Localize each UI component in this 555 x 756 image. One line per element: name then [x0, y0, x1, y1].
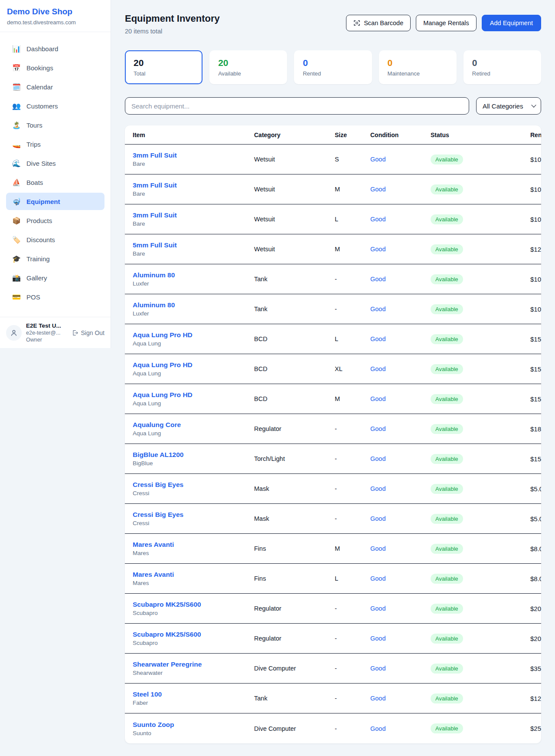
- item-cell: Mares AvantiMares: [133, 541, 254, 556]
- sidebar-item-bookings[interactable]: 📅Bookings: [6, 59, 104, 76]
- category-cell: Torch/Light: [254, 455, 335, 462]
- condition-link[interactable]: Good: [370, 515, 431, 522]
- sidebar-item-label: Products: [26, 217, 52, 224]
- sidebar-item-dive-sites[interactable]: 🌊Dive Sites: [6, 154, 104, 172]
- item-cell: Aqua Lung Pro HDAqua Lung: [133, 391, 254, 407]
- size-cell: M: [335, 395, 370, 402]
- condition-link[interactable]: Good: [370, 725, 431, 732]
- equipment-item-link[interactable]: 3mm Full Suit: [133, 151, 254, 159]
- equipment-item-link[interactable]: 3mm Full Suit: [133, 211, 254, 219]
- search-input[interactable]: [125, 97, 469, 115]
- size-cell: -: [335, 665, 370, 672]
- table-row: Mares AvantiMaresFinsLGoodAvailable$8.00…: [125, 564, 541, 594]
- condition-link[interactable]: Good: [370, 335, 431, 342]
- sidebar-item-training[interactable]: 🎓Training: [6, 250, 104, 267]
- equipment-item-link[interactable]: Scubapro MK25/S600: [133, 631, 254, 638]
- equipment-item-link[interactable]: Suunto Zoop: [133, 721, 254, 729]
- column-header-size: Size: [335, 131, 370, 138]
- category-cell: Fins: [254, 545, 335, 552]
- equipment-item-link[interactable]: Aluminum 80: [133, 271, 254, 279]
- rental-price: $15.00/day: [530, 335, 541, 343]
- status-badge: Available: [431, 424, 463, 434]
- sidebar-item-boats[interactable]: ⛵Boats: [6, 174, 104, 191]
- condition-link[interactable]: Good: [370, 635, 431, 642]
- equipment-item-link[interactable]: Aluminum 80: [133, 301, 254, 309]
- sidebar-item-products[interactable]: 📦Products: [6, 212, 104, 229]
- condition-link[interactable]: Good: [370, 395, 431, 402]
- stat-card-available[interactable]: 20Available: [209, 50, 287, 84]
- equipment-item-brand: Bare: [133, 220, 254, 227]
- equipment-item-link[interactable]: Aqua Lung Pro HD: [133, 391, 254, 399]
- status-badge: Available: [431, 574, 463, 584]
- status-badge: Available: [431, 304, 463, 314]
- equipment-item-link[interactable]: 5mm Full Suit: [133, 241, 254, 249]
- condition-link[interactable]: Good: [370, 365, 431, 372]
- size-cell: -: [335, 605, 370, 612]
- equipment-item-link[interactable]: Mares Avanti: [133, 541, 254, 549]
- scan-barcode-button[interactable]: Scan Barcode: [346, 15, 411, 31]
- sidebar-item-gallery[interactable]: 📸Gallery: [6, 269, 104, 286]
- manage-rentals-button[interactable]: Manage Rentals: [416, 15, 477, 31]
- equipment-item-link[interactable]: Cressi Big Eyes: [133, 511, 254, 519]
- condition-link[interactable]: Good: [370, 485, 431, 492]
- equipment-item-link[interactable]: Cressi Big Eyes: [133, 481, 254, 489]
- status-cell: Available: [431, 694, 530, 703]
- condition-link[interactable]: Good: [370, 186, 431, 193]
- sidebar-item-equipment[interactable]: 🤿Equipment: [6, 193, 104, 210]
- equipment-item-link[interactable]: Aqua Lung Pro HD: [133, 361, 254, 369]
- sidebar-item-pos[interactable]: 💳POS: [6, 288, 104, 306]
- equipment-item-link[interactable]: Aqualung Core: [133, 421, 254, 429]
- page-header: Equipment Inventory 20 items total Scan …: [125, 13, 541, 35]
- status-cell: Available: [431, 454, 530, 464]
- status-badge: Available: [431, 484, 463, 494]
- equipment-item-link[interactable]: 3mm Full Suit: [133, 181, 254, 189]
- sidebar-item-calendar[interactable]: 🗓️Calendar: [6, 78, 104, 95]
- sign-out-button[interactable]: Sign Out: [72, 329, 104, 336]
- equipment-item-link[interactable]: Aqua Lung Pro HD: [133, 331, 254, 339]
- table-row: Scubapro MK25/S600ScubaproRegulator-Good…: [125, 594, 541, 624]
- sidebar-item-tours[interactable]: 🏝️Tours: [6, 116, 104, 134]
- condition-link[interactable]: Good: [370, 306, 431, 312]
- stat-card-rented[interactable]: 0Rented: [294, 50, 372, 84]
- sidebar-item-dashboard[interactable]: 📊Dashboard: [6, 40, 104, 57]
- equipment-item-link[interactable]: Scubapro MK25/S600: [133, 601, 254, 608]
- chevron-down-icon: [531, 102, 536, 107]
- condition-link[interactable]: Good: [370, 695, 431, 702]
- condition-link[interactable]: Good: [370, 545, 431, 552]
- item-cell: Aluminum 80Luxfer: [133, 271, 254, 287]
- category-cell: BCD: [254, 335, 335, 342]
- table-row: 3mm Full SuitBareWetsuitMGoodAvailable$1…: [125, 174, 541, 204]
- sidebar-item-customers[interactable]: 👥Customers: [6, 97, 104, 115]
- rental-price: $15.00/day: [530, 455, 541, 463]
- equipment-item-link[interactable]: Mares Avanti: [133, 571, 254, 579]
- sidebar-user-footer: E2E Test U... e2e-tester@... Owner Sign …: [0, 317, 111, 348]
- sidebar-item-discounts[interactable]: 🏷️Discounts: [6, 231, 104, 248]
- item-cell: Suunto ZoopSuunto: [133, 721, 254, 736]
- category-select[interactable]: All Categories: [476, 97, 541, 115]
- condition-link[interactable]: Good: [370, 276, 431, 283]
- equipment-item-link[interactable]: BigBlue AL1200: [133, 451, 254, 459]
- rental-price: $15.00/day: [530, 395, 541, 403]
- condition-link[interactable]: Good: [370, 246, 431, 253]
- equipment-item-link[interactable]: Steel 100: [133, 690, 254, 698]
- stat-value: 20: [134, 58, 194, 68]
- sidebar-item-trips[interactable]: 🚤Trips: [6, 135, 104, 153]
- add-equipment-button[interactable]: Add Equipment: [482, 15, 541, 31]
- table-row: BigBlue AL1200BigBlueTorch/Light-GoodAva…: [125, 444, 541, 474]
- condition-link[interactable]: Good: [370, 455, 431, 462]
- condition-link[interactable]: Good: [370, 216, 431, 223]
- status-cell: Available: [431, 394, 530, 404]
- condition-link[interactable]: Good: [370, 605, 431, 612]
- category-cell: Regulator: [254, 605, 335, 612]
- condition-link[interactable]: Good: [370, 665, 431, 672]
- stat-value: 0: [303, 58, 363, 68]
- rental-price: $20.00/day: [530, 635, 541, 642]
- rental-price: $10.00/day: [530, 276, 541, 283]
- stat-card-retired[interactable]: 0Retired: [464, 50, 541, 84]
- equipment-item-link[interactable]: Shearwater Peregrine: [133, 661, 254, 668]
- stat-card-maintenance[interactable]: 0Maintenance: [379, 50, 457, 84]
- condition-link[interactable]: Good: [370, 425, 431, 432]
- stat-card-total[interactable]: 20Total: [125, 50, 202, 84]
- condition-link[interactable]: Good: [370, 575, 431, 582]
- condition-link[interactable]: Good: [370, 156, 431, 163]
